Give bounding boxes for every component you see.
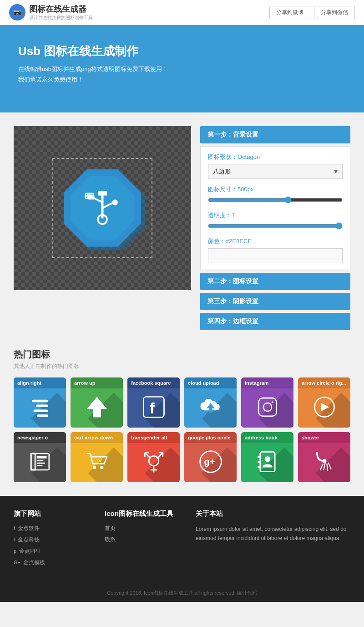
icon-card-shower[interactable]: shower: [298, 432, 350, 482]
arrow-circle-right-icon: [312, 395, 337, 419]
icon-img-address-book: [241, 443, 293, 482]
color-input[interactable]: #2E8ECE: [208, 248, 343, 263]
svg-point-29: [100, 466, 103, 469]
footer-nav-contact[interactable]: 联系: [105, 536, 182, 544]
icon-card-cloud-upload[interactable]: cloud upload: [184, 377, 237, 428]
svg-rect-45: [258, 466, 261, 468]
shape-value: Octagon: [238, 153, 260, 160]
icon-label-arrow-circle-right: arrow circle o rig...: [298, 377, 350, 388]
svg-line-51: [320, 464, 323, 470]
svg-rect-17: [258, 398, 277, 416]
icon-card-instagram[interactable]: instagram: [241, 377, 293, 428]
icon-label-google-plus: google plus circle: [184, 432, 237, 443]
cart-arrow-down-icon: [85, 449, 109, 474]
size-label-text: 图标尺寸：: [208, 186, 238, 193]
icon-img-shower: [298, 443, 350, 482]
footer-bottom: Copyright 2018, Icon图标在线生成工具 all rights …: [14, 584, 350, 602]
footer-col-about: 关于本站 Lorem ipsum dolor sit amet, consect…: [196, 510, 350, 570]
icon-label-address-book: address book: [241, 432, 293, 443]
copyright-text: Copyright 2018, Icon图标在线生成工具 all rights …: [107, 590, 257, 596]
svg-point-18: [263, 403, 272, 411]
step1-content: 图标形状：Octagon 八边形 圆形 正方形 圆角矩形 ▼ 图标尺寸：500p…: [200, 146, 350, 270]
footer-link-2-text: 金点科技: [18, 536, 40, 544]
svg-point-28: [93, 466, 96, 469]
opacity-label-wrapper: 透明度：1: [208, 211, 343, 231]
icon-img-google-plus: g+: [184, 443, 237, 482]
hero-section: Usb 图标在线生成制作 在线编辑usb图标并生成png格式透明图标免费下载使用…: [0, 25, 364, 112]
icon-img-transgender: [127, 443, 180, 482]
size-range[interactable]: [208, 196, 343, 204]
icon-card-cart-arrow-down[interactable]: cart arrow down: [71, 432, 123, 482]
align-right-icon: [28, 395, 52, 419]
color-label: 颜色：#2E8ECE: [208, 237, 343, 245]
icon-card-newspaper[interactable]: newspaper o: [14, 432, 66, 482]
settings-panel: 第一步：背景设置 图标形状：Octagon 八边形 圆形 正方形 圆角矩形 ▼ …: [200, 126, 350, 330]
icon-label-shower: shower: [298, 432, 350, 443]
address-book-icon: [255, 449, 280, 474]
svg-rect-25: [36, 460, 43, 461]
svg-point-4: [112, 199, 118, 205]
usb-icon-wrapper: [61, 167, 143, 249]
svg-marker-13: [86, 397, 107, 417]
header-buttons: 分享到微博 分享到微信: [269, 6, 355, 19]
svg-line-36: [157, 453, 163, 459]
size-value: 500px: [238, 186, 253, 193]
svg-text:g+: g+: [204, 457, 215, 467]
svg-rect-11: [33, 409, 48, 412]
icon-card-address-book[interactable]: address book: [241, 432, 293, 482]
facebook-icon: f: [142, 395, 166, 419]
shape-label-text: 图标形状：: [208, 153, 238, 160]
step4-header[interactable]: 第四步：边框设置: [200, 313, 350, 330]
hero-title: Usb 图标在线生成制作: [18, 43, 346, 59]
step3-header[interactable]: 第三步：阴影设置: [200, 293, 350, 310]
svg-rect-44: [258, 461, 261, 463]
twitter-footer-icon: t: [14, 537, 15, 542]
icon-card-facebook[interactable]: facebook square f: [127, 377, 180, 428]
icon-img-facebook: f: [127, 388, 180, 428]
icon-img-cloud-upload: [184, 388, 237, 428]
google-plus-icon: g+: [198, 449, 223, 474]
step1-header[interactable]: 第一步：背景设置: [200, 126, 350, 143]
newspaper-icon: [28, 449, 52, 474]
opacity-range[interactable]: [208, 222, 343, 229]
svg-rect-9: [32, 400, 48, 402]
svg-marker-21: [321, 403, 329, 411]
svg-point-19: [272, 401, 273, 403]
icon-label-transgender: transgender alt: [127, 432, 180, 443]
instagram-icon: [255, 395, 280, 419]
footer-link-2[interactable]: t 金点科技: [14, 536, 91, 544]
icon-card-arrow-up[interactable]: arrow up: [71, 377, 123, 428]
main-content: 第一步：背景设置 图标形状：Octagon 八边形 圆形 正方形 圆角矩形 ▼ …: [0, 112, 364, 344]
footer-nav-home[interactable]: 首页: [105, 525, 182, 532]
icon-card-transgender[interactable]: transgender alt: [127, 432, 180, 482]
icon-card-arrow-circle-right[interactable]: arrow circle o rig...: [298, 377, 350, 428]
header: 📷 图标在线生成器 设计并查找免费的图标制作工具 分享到微博 分享到微信: [0, 0, 364, 25]
logo-area: 📷 图标在线生成器 设计并查找免费的图标制作工具: [9, 4, 93, 21]
svg-rect-43: [258, 456, 261, 458]
footer-col-sites: 旗下网站 f 金点软件 t 金点科技 p 金点PPT G+ 金点模板: [14, 510, 91, 570]
icon-card-align-right[interactable]: align right: [14, 377, 66, 428]
share-weixin-button[interactable]: 分享到微信: [314, 6, 355, 19]
size-label-wrapper: 图标尺寸：500px: [208, 185, 343, 205]
svg-point-46: [264, 456, 270, 462]
footer-link-1[interactable]: f 金点软件: [14, 525, 91, 532]
facebook-footer-icon: f: [14, 525, 15, 531]
transgender-icon: [142, 449, 166, 474]
shower-icon: [312, 449, 337, 474]
share-weibo-button[interactable]: 分享到微博: [269, 6, 310, 19]
footer-col1-title: 旗下网站: [14, 510, 91, 518]
footer-col3-title: 关于本站: [196, 510, 350, 518]
opacity-label-text: 透明度：: [208, 212, 232, 219]
step2-header[interactable]: 第二步：图标设置: [200, 273, 350, 290]
shape-select[interactable]: 八边形 圆形 正方形 圆角矩形: [208, 164, 343, 179]
svg-rect-6: [98, 191, 107, 195]
pinterest-footer-icon: p: [14, 548, 16, 554]
icon-img-align-right: [14, 388, 66, 428]
opacity-value: 1: [232, 212, 235, 219]
hero-line1: 在线编辑usb图标并生成png格式透明图标免费下载使用！: [18, 64, 346, 74]
footer-link-4[interactable]: G+ 金点模板: [14, 559, 91, 566]
footer-link-3[interactable]: p 金点PPT: [14, 547, 91, 555]
icon-label-facebook: facebook square: [127, 377, 180, 388]
icon-card-google-plus[interactable]: google plus circle g+: [184, 432, 237, 482]
icon-label-cloud-upload: cloud upload: [184, 377, 237, 388]
